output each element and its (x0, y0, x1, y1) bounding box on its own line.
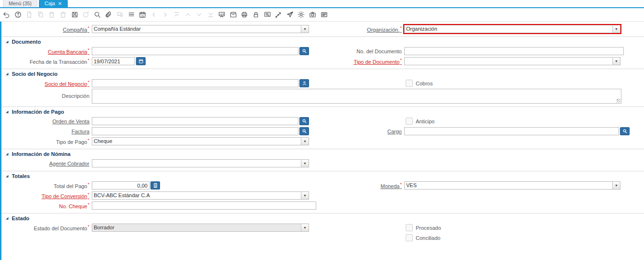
resize-grip-icon[interactable] (617, 99, 620, 103)
record-search-icon[interactable] (299, 127, 309, 135)
workflow-icon[interactable] (275, 11, 282, 18)
chevron-down-icon[interactable]: ▼ (301, 160, 309, 167)
row-nocheque: No. Cheque (1, 201, 644, 210)
tipo-documento-select[interactable]: ▼ (404, 57, 620, 65)
chevron-down-icon[interactable]: ▼ (612, 58, 620, 65)
factura-input[interactable] (92, 127, 298, 135)
tab-menu[interactable]: Menú (35) (3, 0, 37, 7)
collapse-icon[interactable]: ◢ (6, 216, 8, 220)
tab-caja-label: Caja (45, 0, 55, 7)
preference-icon[interactable] (297, 11, 305, 18)
agente-cobrador-select[interactable]: ▼ (92, 159, 309, 167)
chevron-down-icon[interactable]: ▼ (612, 25, 620, 33)
chevron-down-icon[interactable]: ▼ (301, 224, 309, 231)
tab-caja[interactable]: Caja ✕ (39, 0, 68, 7)
compania-label[interactable]: Compañía (1, 25, 92, 33)
cargo-input[interactable] (404, 127, 619, 135)
cuenta-bancaria-label[interactable]: Cuenta Bancaria (1, 47, 92, 55)
record-search-icon[interactable] (299, 117, 309, 125)
organizacion-label[interactable]: Organización. (314, 25, 404, 33)
cuenta-bancaria-input[interactable] (92, 47, 298, 55)
no-cheque-input[interactable] (92, 202, 316, 210)
row-cuenta-nodoc: Cuenta Bancaria No. del Documento (1, 47, 644, 56)
collapse-icon[interactable]: ◢ (6, 72, 8, 76)
calendar-icon[interactable]: 31 (139, 11, 146, 18)
save-icon[interactable] (71, 11, 78, 18)
record-search-icon[interactable] (620, 127, 630, 135)
orden-venta-input[interactable] (92, 117, 298, 125)
chevron-right-icon (161, 11, 169, 18)
organizacion-select[interactable]: Organización ▼ (404, 25, 620, 33)
cobros-checkbox[interactable] (406, 80, 413, 87)
cargo-label[interactable]: Cargo (314, 129, 404, 134)
archive-icon[interactable] (230, 11, 237, 18)
calculator-icon[interactable] (150, 181, 160, 190)
help-icon[interactable] (14, 11, 22, 18)
copy-record-icon (37, 11, 44, 18)
conciliado-checkbox[interactable] (406, 234, 413, 241)
section-estado[interactable]: ◢ Estado (1, 213, 644, 222)
no-documento-input[interactable] (404, 47, 624, 55)
moneda-select[interactable]: VES ▼ (404, 181, 620, 190)
row-tipoconversion: Tipo de Conversión BCV-ABC Estándar C.A … (1, 191, 644, 200)
tipo-documento-label[interactable]: Tipo de Documento (314, 58, 404, 65)
collapse-icon[interactable]: ◢ (6, 40, 8, 44)
close-icon[interactable]: ✕ (58, 1, 62, 6)
agente-cobrador-label[interactable]: Agente Cobrador (1, 161, 92, 166)
section-totales[interactable]: ◢ Totales (1, 171, 644, 180)
undo-icon[interactable] (3, 11, 10, 18)
tipo-pago-select[interactable]: Cheque ▼ (92, 137, 309, 145)
total-pago-input[interactable] (92, 181, 149, 190)
chevron-down-icon[interactable]: ▼ (612, 182, 620, 189)
fecha-transaccion-input[interactable] (92, 57, 135, 65)
section-pago-title: Información de Pago (12, 109, 64, 115)
lock-icon[interactable] (252, 11, 260, 18)
section-pago[interactable]: ◢ Información de Pago (1, 107, 644, 116)
section-socio[interactable]: ◢ Socio del Negocio (1, 69, 644, 78)
section-documento-title: Documento (12, 39, 41, 45)
send-mail-icon[interactable] (286, 11, 294, 18)
attachment-icon[interactable] (105, 11, 112, 18)
delete-record-icon (48, 11, 55, 18)
anticipo-checkbox[interactable] (406, 118, 413, 125)
compania-select[interactable]: Compañía Estándar ▼ (92, 25, 309, 33)
moneda-label[interactable]: Moneda (314, 182, 404, 189)
section-documento[interactable]: ◢ Documento (1, 36, 644, 46)
tipo-conversion-label[interactable]: Tipo de Conversión (1, 192, 92, 199)
business-partner-search-icon[interactable] (299, 79, 309, 87)
anticipo-label: Anticipo (416, 119, 434, 124)
chevron-down-icon[interactable]: ▼ (301, 138, 309, 145)
row-conciliado: Conciliado (1, 233, 644, 242)
capture-icon[interactable] (309, 11, 316, 18)
row-agente: Agente Cobrador ▼ (1, 159, 644, 168)
socio-negocio-input[interactable] (92, 79, 298, 87)
collapse-icon[interactable]: ◢ (6, 152, 8, 156)
section-nomina[interactable]: ◢ Información de Nómina (1, 149, 644, 158)
estado-documento-select[interactable]: Borrador ▼ (92, 224, 309, 232)
print-icon[interactable] (241, 11, 248, 18)
descripcion-input[interactable] (92, 89, 621, 104)
record-search-icon[interactable] (299, 47, 309, 55)
chevron-down-icon[interactable]: ▼ (301, 192, 309, 199)
grid-toggle-icon[interactable] (128, 11, 135, 18)
calendar-picker-icon[interactable] (136, 57, 146, 65)
find-icon[interactable] (94, 11, 101, 18)
collapse-icon[interactable]: ◢ (6, 110, 8, 114)
collapse-icon[interactable]: ◢ (6, 174, 8, 178)
row-fecha-tipodoc: Fecha de la Transacción Tipo de Document… (1, 57, 644, 66)
tipo-pago-label: Tipo de Pago (1, 138, 92, 145)
factura-label[interactable]: Factura (1, 129, 92, 134)
tab-menu-label: Menú (35) (9, 0, 32, 7)
socio-negocio-label[interactable]: Socio del Negocio (1, 80, 92, 87)
delete-selection-icon (60, 11, 67, 18)
report-icon[interactable] (218, 11, 225, 18)
orden-venta-label[interactable]: Orden de Venta (1, 119, 92, 124)
fecha-transaccion-label: Fecha de la Transacción (1, 58, 92, 65)
chat-icon (116, 11, 124, 18)
section-estado-title: Estado (12, 215, 29, 221)
quick-form-icon[interactable] (321, 11, 328, 18)
zoom-across-icon[interactable] (264, 11, 271, 18)
procesado-checkbox[interactable] (406, 224, 413, 231)
tipo-conversion-select[interactable]: BCV-ABC Estándar C.A ▼ (92, 191, 309, 200)
chevron-down-icon[interactable]: ▼ (301, 25, 309, 33)
